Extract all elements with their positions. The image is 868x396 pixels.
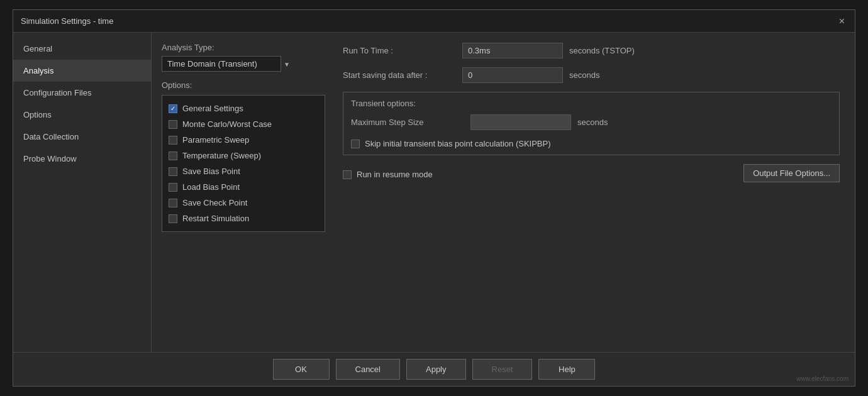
start-saving-unit: seconds [569,70,599,80]
analysis-type-select-wrapper: Time Domain (Transient) [162,56,294,72]
max-step-label: Maximum Step Size [351,118,464,127]
main-content: Analysis Type: Time Domain (Transient) O… [152,33,855,352]
sidebar-item-probe-window[interactable]: Probe Window [13,148,151,170]
resume-mode-label: Run in resume mode [357,170,433,179]
checkbox-skipbp[interactable] [351,140,360,148]
sidebar-item-options[interactable]: Options [13,104,151,126]
run-to-time-input[interactable] [462,43,563,58]
run-to-time-label: Run To Time : [343,46,456,55]
max-step-size-row: Maximum Step Size seconds [351,114,832,130]
checkbox-save-check-point[interactable] [169,199,177,207]
transient-options-title: Transient options: [351,99,832,108]
reset-button[interactable]: Reset [472,359,533,380]
checkmark-general-settings: ✓ [170,106,175,112]
option-label-parametric-sweep: Parametric Sweep [182,135,249,145]
options-list: ✓ General Settings Monte Carlo/Worst Cas… [162,95,325,232]
run-to-time-unit: seconds (TSTOP) [569,46,635,55]
start-saving-input[interactable] [462,67,563,83]
checkbox-monte-carlo[interactable] [169,120,177,129]
ok-button[interactable]: OK [273,359,330,380]
options-panel: Analysis Type: Time Domain (Transient) O… [162,43,325,342]
sidebar-item-general[interactable]: General [13,38,151,60]
option-parametric-sweep[interactable]: Parametric Sweep [166,132,321,148]
help-button[interactable]: Help [538,359,595,380]
option-load-bias-point[interactable]: Load Bias Point [166,179,321,195]
settings-panel: Run To Time : seconds (TSTOP) Start savi… [338,43,845,342]
option-label-general-settings: General Settings [182,104,243,113]
run-to-time-row: Run To Time : seconds (TSTOP) [343,43,840,58]
option-save-check-point[interactable]: Save Check Point [166,195,321,211]
checkbox-parametric-sweep[interactable] [169,136,177,145]
checkbox-resume-mode[interactable] [343,170,352,179]
dialog-footer: OK Cancel Apply Reset Help [13,352,855,386]
output-file-options-button[interactable]: Output File Options... [743,164,840,182]
start-saving-row: Start saving data after : seconds [343,67,840,83]
option-label-save-bias-point: Save Bias Point [182,167,240,176]
option-label-load-bias-point: Load Bias Point [182,182,240,192]
cancel-button[interactable]: Cancel [336,359,400,380]
sidebar: General Analysis Configuration Files Opt… [13,33,152,352]
close-button[interactable]: × [837,16,847,27]
content-top: Analysis Type: Time Domain (Transient) O… [162,43,845,342]
analysis-type-label: Analysis Type: [162,43,325,52]
analysis-type-row: Time Domain (Transient) [162,56,325,72]
option-label-monte-carlo: Monte Carlo/Worst Case [182,119,272,129]
option-label-save-check-point: Save Check Point [182,198,247,207]
sidebar-item-configuration-files[interactable]: Configuration Files [13,82,151,104]
option-label-temperature-sweep: Temperature (Sweep) [182,151,261,160]
dialog-title: Simulation Settings - time [21,16,113,26]
sidebar-item-data-collection[interactable]: Data Collection [13,126,151,148]
checkbox-general-settings[interactable]: ✓ [169,104,177,113]
checkbox-load-bias-point[interactable] [169,183,177,192]
checkbox-save-bias-point[interactable] [169,167,177,176]
option-general-settings[interactable]: ✓ General Settings [166,101,321,116]
option-monte-carlo[interactable]: Monte Carlo/Worst Case [166,116,321,132]
transient-options-box: Transient options: Maximum Step Size sec… [343,92,840,155]
apply-button[interactable]: Apply [406,359,466,380]
simulation-settings-dialog: Simulation Settings - time × General Ana… [13,9,855,387]
skipbp-label: Skip initial transient bias point calcul… [365,139,551,148]
option-label-restart-simulation: Restart Simulation [182,214,249,223]
title-bar: Simulation Settings - time × [13,10,855,33]
options-label: Options: [162,80,325,90]
checkbox-restart-simulation[interactable] [169,214,177,223]
skipbp-row: Skip initial transient bias point calcul… [351,139,832,148]
sidebar-item-analysis[interactable]: Analysis [13,60,151,82]
start-saving-label: Start saving data after : [343,70,456,80]
option-restart-simulation[interactable]: Restart Simulation [166,211,321,226]
resume-mode-row: Run in resume mode [343,170,433,179]
watermark: www.elecfans.com [796,375,849,382]
dialog-body: General Analysis Configuration Files Opt… [13,33,855,352]
max-step-input[interactable] [470,114,571,130]
analysis-type-select[interactable]: Time Domain (Transient) [162,56,281,72]
max-step-unit: seconds [577,118,608,127]
option-save-bias-point[interactable]: Save Bias Point [166,163,321,179]
option-temperature-sweep[interactable]: Temperature (Sweep) [166,148,321,163]
checkbox-temperature-sweep[interactable] [169,151,177,160]
